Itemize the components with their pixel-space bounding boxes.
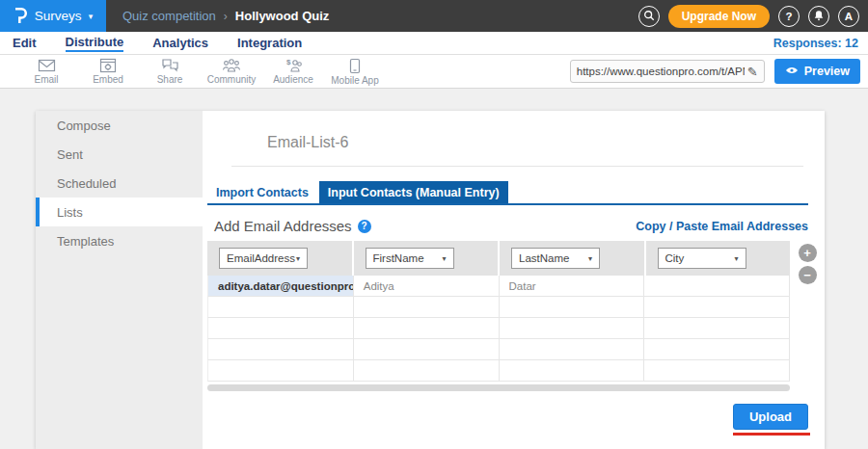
survey-nav: Edit Distribute Analytics Integration Re… <box>0 32 868 55</box>
breadcrumb-survey-name: Hollywood Quiz <box>235 9 330 23</box>
cell-email[interactable] <box>208 339 354 359</box>
cell-firstname[interactable] <box>354 297 500 317</box>
contacts-table: EmailAddress ▾ FirstName ▾ <box>207 241 790 391</box>
sidebar-item-compose[interactable]: Compose <box>36 111 203 140</box>
cell-lastname[interactable] <box>500 297 645 317</box>
upload-row: Upload <box>203 404 808 436</box>
column-select-lastname[interactable]: LastName ▾ <box>511 248 600 269</box>
table-row <box>207 339 790 360</box>
cell-city[interactable] <box>644 318 790 338</box>
sidebar-item-lists[interactable]: Lists <box>36 198 203 226</box>
search-icon <box>643 10 655 23</box>
horizontal-scrollbar[interactable] <box>207 384 790 391</box>
nav-item-integration[interactable]: Integration <box>237 36 302 50</box>
cell-city[interactable] <box>644 276 790 296</box>
copy-paste-link[interactable]: Copy / Paste Email Addresses <box>636 220 808 233</box>
preview-button[interactable]: Preview <box>774 59 860 84</box>
tab-input-contacts-manual[interactable]: Input Contacts (Manual Entry) <box>319 181 508 203</box>
select-arrow-icon: ▾ <box>588 254 592 263</box>
product-switcher[interactable]: Surveys ▾ <box>0 0 106 32</box>
table-header-cell: EmailAddress ▾ <box>207 241 354 276</box>
topbar-actions: Upgrade Now ? A <box>638 5 859 28</box>
nav-item-analytics[interactable]: Analytics <box>152 36 208 50</box>
upgrade-now-button[interactable]: Upgrade Now <box>668 5 770 28</box>
channel-share[interactable]: Share <box>139 58 201 85</box>
cell-city[interactable] <box>644 297 790 317</box>
column-select-city[interactable]: City ▾ <box>658 248 746 269</box>
email-sidebar: Compose Sent Scheduled Lists Templates <box>36 111 203 449</box>
table-header-cell: LastName ▾ <box>500 241 646 276</box>
table-row <box>207 318 790 339</box>
channel-embed[interactable]: Embed <box>77 58 139 85</box>
product-label: Surveys <box>35 9 82 23</box>
sidebar-item-sent[interactable]: Sent <box>36 140 203 169</box>
contact-tabs: Import Contacts Input Contacts (Manual E… <box>207 181 808 205</box>
column-select-emailaddress[interactable]: EmailAddress ▾ <box>219 248 308 269</box>
cell-city[interactable] <box>644 339 790 359</box>
cell-lastname[interactable] <box>500 360 645 381</box>
cell-city[interactable] <box>644 360 790 381</box>
notifications-button[interactable] <box>808 6 829 27</box>
select-arrow-icon: ▾ <box>442 254 446 263</box>
search-button[interactable] <box>638 6 660 27</box>
list-content: Email-List-6 Import Contacts Input Conta… <box>203 111 825 449</box>
cell-email[interactable] <box>208 318 354 338</box>
responses-count: Responses: 12 <box>773 37 858 50</box>
tab-import-contacts[interactable]: Import Contacts <box>207 181 317 203</box>
table-row <box>207 297 790 318</box>
row-controls: + − <box>790 241 825 391</box>
cell-lastname[interactable] <box>500 339 645 359</box>
distribute-card: Compose Sent Scheduled Lists Templates E… <box>36 111 825 449</box>
edit-url-icon[interactable]: ✎ <box>747 65 758 79</box>
contacts-table-zone: EmailAddress ▾ FirstName ▾ <box>207 241 825 391</box>
help-button[interactable]: ? <box>778 6 800 27</box>
sidebar-item-scheduled[interactable]: Scheduled <box>36 169 203 198</box>
page-background: Compose Sent Scheduled Lists Templates E… <box>0 89 868 449</box>
title-divider <box>231 166 803 167</box>
upload-button[interactable]: Upload <box>733 404 808 430</box>
mobile-app-icon <box>349 58 361 74</box>
cell-firstname[interactable] <box>354 360 500 381</box>
channel-email[interactable]: Email <box>15 58 77 85</box>
add-emails-header: Add Email Addresses ? Copy / Paste Email… <box>214 218 808 234</box>
avatar[interactable]: A <box>838 6 859 27</box>
cell-firstname[interactable]: Aditya <box>354 276 500 296</box>
column-select-firstname[interactable]: FirstName ▾ <box>366 248 454 269</box>
channel-mobile-app[interactable]: Mobile App <box>324 58 386 86</box>
remove-row-button[interactable]: − <box>799 266 817 284</box>
cell-email[interactable]: aditya.datar@questionpro.com <box>208 276 354 296</box>
cell-firstname[interactable] <box>354 318 500 338</box>
breadcrumb-folder[interactable]: Quiz competition <box>122 9 216 23</box>
cell-email[interactable] <box>208 360 354 381</box>
table-header-cell: FirstName ▾ <box>354 241 501 276</box>
nav-item-edit[interactable]: Edit <box>13 36 37 50</box>
chevron-down-icon: ▾ <box>89 12 94 21</box>
eye-icon <box>785 65 799 78</box>
cell-lastname[interactable] <box>500 318 645 338</box>
section-title: Add Email Addresses <box>214 218 352 234</box>
help-icon[interactable]: ? <box>358 220 371 233</box>
share-icon <box>161 58 179 73</box>
list-title: Email-List-6 <box>267 134 796 151</box>
table-row <box>207 360 790 382</box>
survey-url-input[interactable] <box>577 66 745 77</box>
community-icon <box>222 58 241 73</box>
cell-firstname[interactable] <box>354 339 500 359</box>
top-bar: Surveys ▾ Quiz competition › Hollywood Q… <box>0 0 868 32</box>
breadcrumb: Quiz competition › Hollywood Quiz <box>122 9 329 23</box>
distribute-toolbar: Email Embed Share Community $ Audience M… <box>0 55 868 89</box>
channel-audience[interactable]: $ Audience <box>262 58 324 85</box>
add-row-button[interactable]: + <box>799 244 817 262</box>
table-header-row: EmailAddress ▾ FirstName ▾ <box>207 241 790 276</box>
cell-email[interactable] <box>208 297 354 317</box>
channel-community[interactable]: Community <box>201 58 262 85</box>
nav-item-distribute[interactable]: Distribute <box>66 35 124 52</box>
cell-lastname[interactable]: Datar <box>500 276 645 296</box>
survey-url-box: ✎ <box>570 60 765 83</box>
table-header-cell: City ▾ <box>646 241 791 276</box>
table-row: aditya.datar@questionpro.com Aditya Data… <box>207 276 790 297</box>
email-icon <box>38 58 56 73</box>
bell-icon <box>813 10 825 23</box>
sidebar-item-templates[interactable]: Templates <box>36 226 203 255</box>
audience-icon: $ <box>284 58 303 73</box>
